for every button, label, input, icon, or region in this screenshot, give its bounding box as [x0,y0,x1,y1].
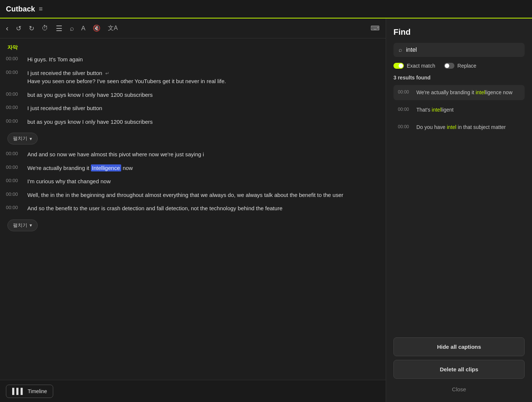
find-title: Find [393,27,525,37]
mute-button[interactable]: 🔇 [93,24,100,32]
font-button[interactable]: A [81,25,85,32]
caption-text: And and so now we have almost this pivot… [27,150,380,159]
caption-time: 00:00 [6,91,21,97]
intel-highlight-1: intel [475,89,485,95]
expand-button-2[interactable]: 펼치기 ▾ [7,219,38,231]
app-container: Cutback ≡ ‹ ↺ ↻ ⏱ ☰ ⌕ A 🔇 文A ⌨ 자막 [0,0,532,402]
search-icon: ⌕ [399,47,402,53]
result-text-1: We're actually branding it intelligence … [416,89,512,96]
caption-time: 00:00 [6,177,21,183]
caption-row: 00:00 I'm curious why that changed now [6,177,386,186]
caption-text: but as you guys know I only have 1200 su… [27,118,380,126]
translate-button[interactable]: 文A [108,24,118,32]
captions-area: 자막 00:00 Hi guys. It's Tom again 00:00 I… [0,38,386,380]
caption-text: I'm curious why that changed now [27,177,380,186]
replace-label: Replace [457,63,476,69]
intel-highlight-2: intel [432,107,441,113]
result-time-1: 00:00 [398,89,412,95]
results-count: 3 results found [393,75,525,81]
timeline-button[interactable]: ▌▌▌ Timeline [6,385,53,398]
caption-row: 00:00 Hi guys. It's Tom again [6,55,386,64]
back-button[interactable]: ‹ [6,24,8,33]
caption-row: 00:00 Well, the in the in the beginning … [6,191,386,200]
chevron-down-icon: ▾ [30,136,32,142]
caption-row: 00:00 I just received the silver button … [6,69,386,86]
intel-highlight-3: intel [447,124,457,130]
caption-time: 00:00 [6,55,21,61]
caption-time: 00:00 [6,104,21,110]
expand-label-1: 펼치기 [13,135,27,142]
toggle-knob [399,64,403,68]
exact-match-option[interactable]: Exact match [393,63,435,69]
bottom-bar: ▌▌▌ Timeline [0,380,386,402]
caption-text: but as you guys know I only have 1200 su… [27,91,380,99]
result-item-3[interactable]: 00:00 Do you have intel in that subject … [393,120,525,135]
caption-row: 00:00 And so the benefit to the user is … [6,204,386,213]
main-layout: ‹ ↺ ↻ ⏱ ☰ ⌕ A 🔇 文A ⌨ 자막 00:00 Hi guys. I… [0,18,532,402]
caption-time: 00:00 [6,191,21,197]
left-panel: ‹ ↺ ↻ ⏱ ☰ ⌕ A 🔇 文A ⌨ 자막 00:00 Hi guys. I… [0,18,386,402]
result-item-1[interactable]: 00:00 We're actually branding it intelli… [393,85,525,100]
result-item-2[interactable]: 00:00 That's intelligent [393,102,525,117]
find-search-input[interactable] [406,47,519,53]
toolbar: ‹ ↺ ↻ ⏱ ☰ ⌕ A 🔇 文A ⌨ [0,18,386,38]
caption-text: And so the benefit to the user is crash … [27,204,380,213]
find-panel: Find ⌕ Exact match Replace [386,18,532,402]
options-row: Exact match Replace [393,63,525,69]
exact-match-toggle[interactable] [393,63,404,69]
caption-time: 00:00 [6,204,21,210]
chevron-down-icon-2: ▾ [30,222,32,228]
result-text-2: That's intelligent [416,106,454,114]
result-time-3: 00:00 [398,123,412,129]
search-box: ⌕ [393,43,525,57]
redo-button[interactable]: ↻ [29,24,34,33]
caption-text: Hi guys. It's Tom again [27,55,380,64]
return-icon: ↵ [105,71,109,76]
hide-captions-button[interactable]: Hide all captions [393,337,525,356]
toggle-knob-replace [445,64,449,68]
history-button[interactable]: ⏱ [42,24,48,32]
expand-button-1[interactable]: 펼치기 ▾ [7,133,38,144]
expand-label-2: 펼치기 [13,222,27,229]
caption-text: Well, the in the in the beginning and th… [27,191,380,200]
delete-clips-button[interactable]: Delete all clips [393,360,525,379]
caption-row-highlighted: 00:00 We're actually branding it Intelli… [6,164,386,173]
waveform-icon: ▌▌▌ [12,388,25,395]
caption-row: 00:00 I just received the silver button [6,104,386,113]
caption-time: 00:00 [6,164,21,170]
caption-time: 00:00 [6,118,21,124]
caption-row: 00:00 but as you guys know I only have 1… [6,118,386,126]
highlighted-word: Intelligence [91,164,121,171]
keyboard-button[interactable]: ⌨ [371,24,380,32]
exact-match-label: Exact match [407,63,435,69]
menu-icon[interactable]: ≡ [39,5,43,13]
app-title: Cutback [6,5,35,13]
section-label: 자막 [6,44,386,51]
caption-text: I just received the silver button [27,104,380,113]
result-text-3: Do you have intel in that subject matter [416,123,506,131]
caption-time: 00:00 [6,150,21,156]
caption-time: 00:00 [6,69,21,75]
replace-toggle[interactable] [444,63,454,69]
align-button[interactable]: ☰ [56,24,62,33]
search-button[interactable]: ⌕ [70,24,74,33]
replace-option[interactable]: Replace [444,63,476,69]
caption-text: I just received the silver button ↵ Have… [27,69,380,86]
result-time-2: 00:00 [398,106,412,112]
caption-row: 00:00 but as you guys know I only have 1… [6,91,386,99]
close-button[interactable]: Close [393,382,525,396]
caption-row: 00:00 And and so now we have almost this… [6,150,386,159]
undo-button[interactable]: ↺ [16,24,21,33]
caption-text-branding: We're actually branding it Intelligence … [27,164,380,173]
timeline-label: Timeline [28,388,47,394]
title-bar: Cutback ≡ [0,0,532,18]
